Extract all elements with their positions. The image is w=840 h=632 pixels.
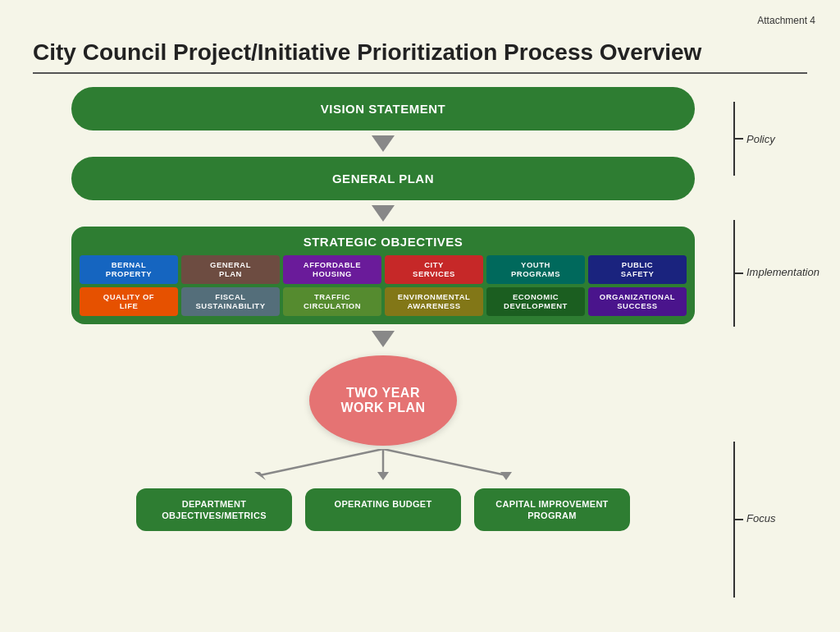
obj-general-plan: GENERALPLAN [181,255,280,284]
spread-arrow-svg [178,449,588,482]
svg-line-0 [260,449,383,475]
obj-fiscal-sustainability: FISCALSUSTAINABILITY [181,287,280,316]
general-plan-box: GENERAL PLAN [71,157,695,200]
diagram-content: VISION STATEMENT GENERAL PLAN STRATEGIC … [33,87,733,531]
focus-label: Focus [746,512,775,524]
dept-objectives-box: DEPARTMENTOBJECTIVES/METRICS [136,488,292,532]
policy-bracket: Policy [733,102,735,176]
vision-statement-box: VISION STATEMENT [71,87,695,131]
svg-marker-3 [377,472,389,480]
obj-youth-programs: YOUTHPROGRAMS [486,255,585,284]
obj-bernal-property: BERNALPROPERTY [80,255,178,284]
obj-city-services: CITYSERVICES [385,255,483,284]
arrow-2 [372,205,395,222]
obj-economic-development: ECONOMICDEVELOPMENT [486,287,585,316]
obj-traffic-circulation: TRAFFICCIRCULATION [283,287,381,316]
implementation-bracket: Implementation [733,220,735,327]
page-title: City Council Project/Initiative Prioriti… [33,39,807,66]
obj-public-safety: PUBLICSAFETY [588,255,687,284]
title-divider [33,72,807,74]
arrow-spread [71,449,695,482]
implementation-label: Implementation [746,266,819,278]
capital-improvement-box: CAPITAL IMPROVEMENTPROGRAM [474,488,630,532]
svg-line-4 [383,449,506,475]
focus-bracket: Focus [733,442,735,598]
operating-budget-box: OPERATING BUDGET [305,488,461,532]
svg-marker-5 [500,472,512,480]
obj-affordable-housing: AFFORDABLEHOUSING [283,255,381,284]
oval-container: TWO YEARWORK PLAN [309,355,457,446]
attachment-label: Attachment 4 [757,15,815,26]
obj-environmental-awareness: ENVIRONMENTALAWARENESS [385,287,483,316]
policy-label: Policy [746,133,775,145]
objectives-grid: BERNALPROPERTY GENERALPLAN AFFORDABLEHOU… [80,255,687,316]
svg-marker-1 [254,472,266,480]
arrow-1 [372,135,395,152]
strategic-objectives-box: STRATEGIC OBJECTIVES BERNALPROPERTY GENE… [71,227,695,324]
obj-quality-of-life: QUALITY OFLIFE [80,287,178,316]
strategic-objectives-title: STRATEGIC OBJECTIVES [80,235,687,249]
two-year-work-plan-oval: TWO YEARWORK PLAN [309,355,457,446]
page: Attachment 4 City Council Project/Initia… [0,0,840,632]
two-year-label: TWO YEARWORK PLAN [340,386,425,415]
arrow-3 [372,331,395,347]
obj-organizational-success: ORGANIZATIONALSUCCESS [588,287,687,316]
bottom-row: DEPARTMENTOBJECTIVES/METRICS OPERATING B… [71,488,695,532]
